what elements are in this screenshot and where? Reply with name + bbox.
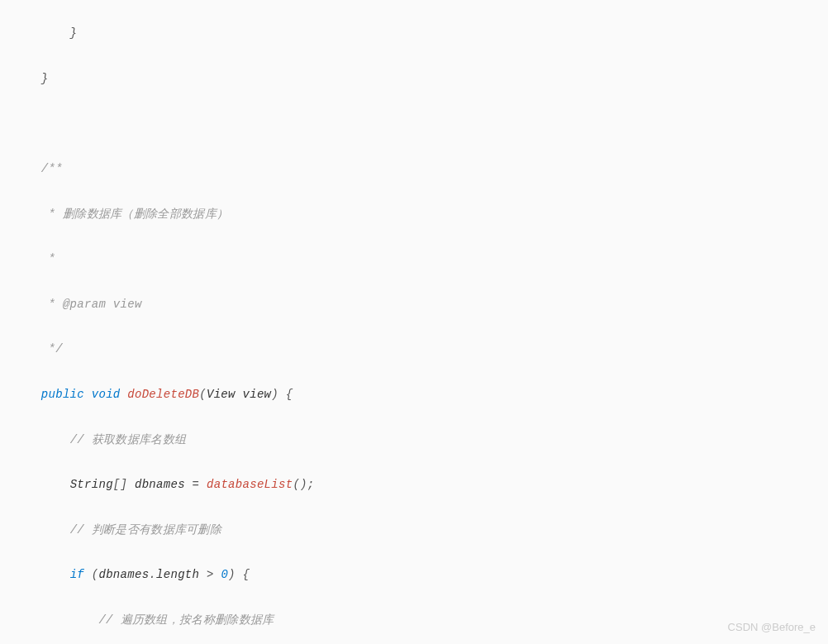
code-line: } xyxy=(12,68,816,90)
code-line: public void doDeleteDB(View view) { xyxy=(12,384,816,406)
code-line xyxy=(12,112,816,135)
code-block: } } /** * 删除数据库（删除全部数据库） * * @param view… xyxy=(0,0,828,644)
watermark-text: CSDN @Before_e xyxy=(728,617,816,637)
code-line: /** xyxy=(12,158,816,180)
code-line: * xyxy=(12,248,816,270)
code-line: * @param view xyxy=(12,293,816,316)
code-line: // 获取数据库名数组 xyxy=(12,429,816,451)
code-line: */ xyxy=(12,338,816,360)
code-line: } xyxy=(12,22,816,45)
code-line: // 遍历数组，按名称删除数据库 xyxy=(12,609,816,632)
code-line: // 判断是否有数据库可删除 xyxy=(12,519,816,541)
code-line: String[] dbnames = databaseList(); xyxy=(12,474,816,496)
code-line: if (dbnames.length > 0) { xyxy=(12,564,816,586)
code-line: * 删除数据库（删除全部数据库） xyxy=(12,203,816,226)
